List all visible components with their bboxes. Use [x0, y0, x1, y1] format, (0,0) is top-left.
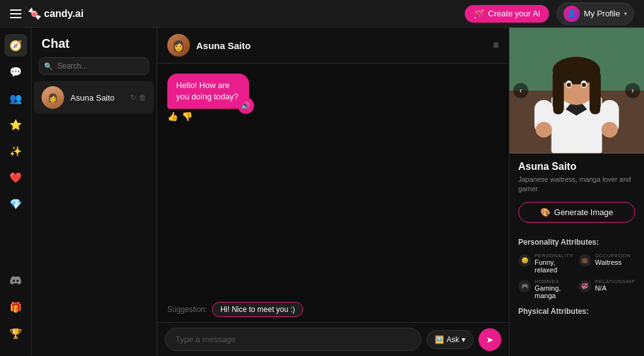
- icon-sidebar-top: 🧭 💬 👥 ⭐ ✨ ❤️ 💎: [4, 34, 27, 265]
- chat-header: 👩 Asuna Saito ≡: [157, 28, 509, 64]
- message-bubble: Hello! How are you doing today? 🔊: [167, 74, 249, 109]
- message-text: Hello! How are you doing today?: [176, 81, 238, 101]
- ask-chevron-icon: ▾: [462, 335, 465, 344]
- generate-image-button[interactable]: 🎨 Generate Image: [518, 202, 635, 223]
- personality-label: PERSONALITY: [535, 253, 574, 259]
- avatar-face: 👩: [42, 86, 64, 109]
- ask-label: Ask: [447, 335, 459, 344]
- icon-sidebar-bottom: 🎁 🏆: [4, 269, 27, 350]
- input-area: 🖼️ Ask ▾ ➤: [157, 322, 509, 356]
- right-panel: ‹ › Asuna Saito Japanese waitress, manga…: [509, 28, 644, 356]
- topbar: 🍬 candy.ai 🪄 Create your AI 👤 My Profile…: [0, 0, 644, 28]
- chat-sidebar-header: Chat: [31, 28, 157, 57]
- character-image-container: ‹ ›: [509, 28, 644, 153]
- like-button[interactable]: 👍: [167, 111, 178, 121]
- suggestion-text: Hi! Nice to meet you :): [220, 305, 295, 314]
- logo-icon: 🍬: [28, 7, 42, 21]
- chat-item-actions: ↻ 🗑: [130, 93, 147, 102]
- svg-rect-15: [536, 122, 552, 138]
- chat-avatar: 👩: [42, 86, 64, 109]
- chat-title: Chat: [42, 36, 69, 50]
- list-item[interactable]: 👩 Asuna Saito ↻ 🗑: [34, 81, 154, 114]
- suggestion-area: Suggestion: Hi! Nice to meet you :): [157, 297, 509, 322]
- send-button[interactable]: ➤: [479, 328, 501, 351]
- chat-header-avatar-img: 👩: [167, 34, 190, 57]
- hobbies-icon: 🎮: [518, 280, 531, 292]
- svg-point-11: [567, 83, 571, 87]
- hobbies-label: HOBBIES: [535, 279, 574, 284]
- generate-btn-label: Generate Image: [554, 208, 613, 217]
- occupation-label: OCCUPATION: [595, 253, 631, 259]
- topbar-left: 🍬 candy.ai: [10, 7, 84, 21]
- chat-header-name: Asuna Saito: [196, 40, 251, 51]
- personality-title: Personality Attributes:: [518, 238, 635, 247]
- occupation-content: OCCUPATION Waitress: [595, 253, 631, 266]
- messages-area: Hello! How are you doing today? 🔊 👍 👎: [157, 64, 509, 297]
- icon-sidebar: 🧭 💬 👥 ⭐ ✨ ❤️ 💎 🎁 🏆: [0, 28, 31, 356]
- personality-attributes-section: Personality Attributes: 😊 PERSONALITY Fu…: [509, 238, 644, 307]
- character-name: Asuna Saito: [518, 161, 635, 172]
- personality-value: Funny, relaxed: [535, 259, 574, 274]
- svg-rect-16: [601, 122, 618, 138]
- prev-image-button[interactable]: ‹: [513, 83, 528, 98]
- svg-point-8: [554, 62, 599, 84]
- attribute-relationship: 💞 RELATIONSHIP N/A: [579, 279, 635, 299]
- my-profile-label: My Profile: [584, 9, 620, 18]
- chat-sidebar: Chat 🔍 👩 Asuna Saito ↻ 🗑: [31, 28, 157, 356]
- search-input[interactable]: [39, 57, 149, 75]
- sidebar-icon-magic[interactable]: ✨: [4, 140, 27, 162]
- relationship-value: N/A: [595, 284, 635, 292]
- sidebar-icon-discord[interactable]: [4, 269, 27, 292]
- wand-icon: 🪄: [474, 9, 484, 19]
- suggestion-chip[interactable]: Hi! Nice to meet you :): [212, 302, 303, 317]
- list-icon[interactable]: ≡: [493, 40, 499, 51]
- physical-attributes-title: Physical Attributes:: [509, 307, 644, 321]
- sidebar-icon-users[interactable]: 👥: [4, 87, 27, 109]
- main-layout: 🧭 💬 👥 ⭐ ✨ ❤️ 💎 🎁 🏆 Chat 🔍 �: [0, 28, 644, 356]
- next-image-button[interactable]: ›: [625, 83, 640, 98]
- message-actions: 👍 👎: [167, 111, 303, 121]
- profile-avatar: 👤: [564, 6, 580, 22]
- refresh-icon[interactable]: ↻: [130, 93, 136, 102]
- character-image: [509, 28, 644, 153]
- sidebar-icon-compass[interactable]: 🧭: [4, 34, 27, 57]
- occupation-value: Waitress: [595, 259, 631, 266]
- character-desc: Japanese waitress, manga lover and gamer: [518, 175, 635, 194]
- personality-icon: 😊: [518, 254, 531, 267]
- logo-text: candy.ai: [44, 8, 84, 19]
- ask-button[interactable]: 🖼️ Ask ▾: [426, 330, 474, 349]
- personality-content: PERSONALITY Funny, relaxed: [535, 253, 574, 274]
- create-ai-button[interactable]: 🪄 Create your AI: [465, 5, 549, 23]
- sidebar-icon-heart[interactable]: ❤️: [4, 166, 27, 189]
- character-info: Asuna Saito Japanese waitress, manga lov…: [509, 153, 644, 238]
- attribute-occupation: 💼 OCCUPATION Waitress: [579, 253, 635, 274]
- message-input[interactable]: [165, 328, 421, 351]
- chat-header-avatar: 👩: [167, 34, 190, 57]
- my-profile-button[interactable]: 👤 My Profile ▾: [557, 3, 634, 25]
- attribute-hobbies: 🎮 HOBBIES Gaming, manga: [518, 279, 574, 299]
- sidebar-icon-trophy[interactable]: 🏆: [4, 322, 27, 345]
- dislike-button[interactable]: 👎: [182, 111, 192, 121]
- relationship-label: RELATIONSHIP: [595, 279, 635, 284]
- logo: 🍬 candy.ai: [28, 7, 84, 21]
- attributes-grid: 😊 PERSONALITY Funny, relaxed 💼 OCCUPATIO…: [518, 253, 635, 299]
- chat-header-left: 👩 Asuna Saito: [167, 34, 251, 57]
- relationship-content: RELATIONSHIP N/A: [595, 279, 635, 292]
- delete-icon[interactable]: 🗑: [139, 93, 147, 102]
- occupation-icon: 💼: [579, 254, 591, 267]
- voice-button[interactable]: 🔊: [238, 97, 254, 114]
- hobbies-value: Gaming, manga: [535, 284, 574, 299]
- sidebar-icon-star[interactable]: ⭐: [4, 113, 27, 136]
- gen-icon: 🎨: [540, 208, 550, 217]
- chevron-down-icon: ▾: [624, 10, 627, 17]
- sidebar-icon-referral[interactable]: 🎁: [4, 296, 27, 318]
- sidebar-icon-diamond[interactable]: 💎: [4, 192, 27, 215]
- search-icon: 🔍: [44, 62, 53, 70]
- sidebar-icon-chat[interactable]: 💬: [4, 60, 27, 83]
- create-ai-label: Create your AI: [488, 9, 540, 18]
- attribute-personality: 😊 PERSONALITY Funny, relaxed: [518, 253, 574, 274]
- hobbies-content: HOBBIES Gaming, manga: [535, 279, 574, 299]
- svg-point-12: [582, 83, 586, 87]
- send-icon: ➤: [486, 335, 494, 345]
- menu-icon[interactable]: [10, 9, 21, 18]
